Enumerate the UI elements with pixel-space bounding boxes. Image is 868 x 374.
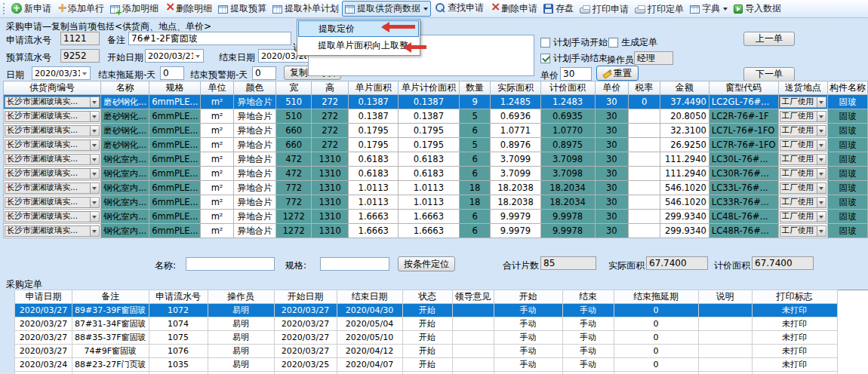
- grid-cell[interactable]: [629, 210, 660, 224]
- grid-cell[interactable]: 异地合片: [233, 181, 276, 195]
- grid-cell[interactable]: 2020/03/27: [274, 304, 337, 317]
- grid-cell[interactable]: m²: [201, 224, 233, 238]
- grid-cell[interactable]: 299.9340: [660, 210, 709, 224]
- grid-cell[interactable]: [629, 124, 660, 138]
- grid-cell[interactable]: 易明: [208, 345, 274, 358]
- grid-cell[interactable]: 26.9250: [660, 138, 709, 152]
- detail-row[interactable]: 长沙市潇湘玻璃实...磨砂钢化...6mmPLE...m²异地合片6602720…: [4, 124, 868, 138]
- grid-cell[interactable]: 长沙市潇湘玻璃实...: [4, 195, 101, 210]
- grid-cell[interactable]: [698, 317, 752, 331]
- grid-cell[interactable]: 0.6183: [349, 152, 399, 167]
- toolbar-button-print-order[interactable]: 打印定单: [632, 2, 687, 17]
- grid-cell[interactable]: 异地合片: [233, 167, 276, 181]
- grid-cell[interactable]: 88#23-27F门页玻: [72, 358, 149, 372]
- grid-cell[interactable]: 固玻: [827, 181, 867, 195]
- grid-cell[interactable]: 未打印: [752, 358, 837, 372]
- grid-cell[interactable]: 工厂使用: [778, 124, 827, 138]
- grid-cell[interactable]: 钢化室内...: [101, 152, 149, 167]
- chevron-down-icon[interactable]: [817, 226, 826, 236]
- chevron-down-icon[interactable]: [90, 112, 99, 121]
- chevron-down-icon[interactable]: [90, 198, 99, 207]
- grid-cell[interactable]: 6: [459, 224, 491, 238]
- grid-cell[interactable]: 2020/04/30: [337, 304, 402, 317]
- grid-cell[interactable]: 长沙市潇湘玻璃实...: [4, 95, 101, 109]
- grid-cell[interactable]: 未打印: [752, 331, 837, 345]
- delivery-location-combo[interactable]: 工厂使用: [780, 182, 826, 194]
- grid-cell[interactable]: LC33R-76#...: [709, 195, 778, 210]
- grid-cell[interactable]: 6mmPLE...: [149, 138, 201, 152]
- detail-row[interactable]: 长沙市潇湘玻璃实...钢化室内...6mmPLE...m²异地合片4721310…: [4, 152, 868, 167]
- grid-cell[interactable]: 87#31-34F窗固玻: [72, 317, 149, 331]
- grid-cell[interactable]: 9.9979: [491, 224, 540, 238]
- grid-cell[interactable]: [629, 167, 660, 181]
- grid-cell[interactable]: 1.6663: [399, 224, 460, 238]
- delivery-location-combo[interactable]: 工厂使用: [780, 197, 826, 208]
- grid-cell[interactable]: 30: [595, 181, 629, 195]
- grid-cell[interactable]: 1.0113: [399, 195, 460, 210]
- delivery-location-combo[interactable]: 工厂使用: [780, 111, 826, 122]
- grid-cell[interactable]: 0.1795: [399, 124, 460, 138]
- supplier-combo[interactable]: 长沙市潇湘玻璃实...: [5, 154, 100, 165]
- toolbar-button-find-application[interactable]: 查找申请: [431, 0, 487, 16]
- delivery-location-combo[interactable]: 工厂使用: [780, 139, 826, 151]
- grid-cell[interactable]: 272: [311, 95, 349, 109]
- grid-cell[interactable]: 6mmPLE...: [149, 181, 201, 195]
- plan-manual-start-checkbox[interactable]: 计划手动开始: [540, 36, 608, 49]
- grid-cell[interactable]: 30: [595, 224, 629, 238]
- grid-cell[interactable]: [452, 331, 494, 345]
- grid-cell[interactable]: 6mmPLE...: [149, 195, 201, 210]
- grid-cell[interactable]: 6mmPLE...: [149, 95, 201, 109]
- chevron-down-icon[interactable]: [817, 183, 826, 193]
- grid-cell[interactable]: 0.6935: [540, 109, 595, 124]
- checkbox-icon[interactable]: [608, 38, 618, 48]
- toolbar-button-dictionary[interactable]: 字典: [687, 1, 731, 17]
- detail-row[interactable]: 长沙市潇湘玻璃实...钢化室内...6mmPLE...m²异地合片4721310…: [4, 167, 868, 181]
- chevron-down-icon[interactable]: [90, 97, 99, 107]
- grid-cell[interactable]: 1310: [311, 167, 349, 181]
- grid-cell[interactable]: 0: [614, 345, 698, 358]
- grid-cell[interactable]: 1076: [149, 345, 208, 358]
- grid-cell[interactable]: 钢化室内...: [101, 195, 149, 210]
- detail-row[interactable]: 长沙市潇湘玻璃实...钢化室内...6mmPLE...m²异地合片7721310…: [4, 195, 868, 210]
- grid-cell[interactable]: 660: [276, 138, 312, 152]
- grid-cell[interactable]: 长沙市潇湘玻璃实...: [4, 224, 101, 238]
- chevron-down-icon[interactable]: [90, 140, 99, 150]
- grid-cell[interactable]: LC30R-76#...: [709, 167, 778, 181]
- grid-cell[interactable]: 660: [276, 124, 312, 138]
- grid-cell[interactable]: m²: [201, 167, 233, 181]
- grid-cell[interactable]: 磨砂钢化...: [101, 138, 149, 152]
- toolbar-button-new-application[interactable]: 新申请: [8, 1, 54, 17]
- grid-cell[interactable]: 固玻: [827, 95, 867, 109]
- grid-cell[interactable]: 0.6183: [349, 167, 399, 181]
- grid-cell[interactable]: [629, 224, 660, 238]
- grid-cell[interactable]: 9: [459, 95, 491, 109]
- grid-cell[interactable]: 32.3100: [660, 124, 709, 138]
- grid-cell[interactable]: 0.1795: [399, 138, 460, 152]
- grid-cell[interactable]: 工厂使用: [778, 152, 827, 167]
- grid-cell[interactable]: 1310: [311, 181, 349, 195]
- grid-cell[interactable]: 异地合片: [233, 210, 276, 224]
- grid-cell[interactable]: 长沙市潇湘玻璃实...: [4, 124, 101, 138]
- grid-cell[interactable]: 18.2038: [491, 181, 540, 195]
- grid-cell[interactable]: 手动: [562, 331, 614, 345]
- grid-cell[interactable]: 磨砂钢化...: [101, 124, 149, 138]
- grid-cell[interactable]: 1.2485: [491, 95, 540, 109]
- supplier-combo[interactable]: 长沙市潇湘玻璃实...: [5, 197, 100, 208]
- grid-cell[interactable]: 2020/03/24: [15, 358, 72, 372]
- grid-cell[interactable]: [698, 304, 752, 317]
- grid-cell[interactable]: 472: [276, 167, 312, 181]
- delivery-location-combo[interactable]: 工厂使用: [780, 125, 826, 136]
- grid-cell[interactable]: 0.6936: [491, 109, 540, 124]
- grid-cell[interactable]: 0.1387: [349, 95, 399, 109]
- chevron-down-icon[interactable]: [817, 212, 826, 222]
- grid-cell[interactable]: [452, 304, 494, 317]
- grid-cell[interactable]: [629, 195, 660, 210]
- grid-cell[interactable]: 6mmPLE...: [149, 210, 201, 224]
- grid-cell[interactable]: 2020/04/12: [337, 345, 402, 358]
- grid-cell[interactable]: 异地合片: [233, 95, 276, 109]
- end-delay-input[interactable]: [160, 66, 184, 80]
- grid-cell[interactable]: 工厂使用: [778, 210, 827, 224]
- grid-cell[interactable]: 272: [311, 138, 349, 152]
- grid-cell[interactable]: 钢化室内...: [101, 210, 149, 224]
- grid-cell[interactable]: 6: [459, 152, 491, 167]
